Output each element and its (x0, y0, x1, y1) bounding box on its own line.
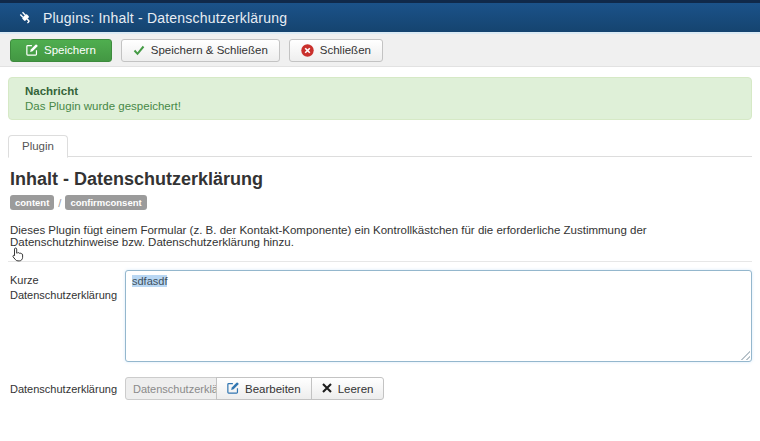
short-policy-label: Kurze Datenschutzerklärung (8, 270, 125, 362)
toolbar: Speichern Speichern & Schließen Schließe… (0, 34, 760, 67)
check-icon (133, 45, 145, 56)
notification-message: Das Plugin wurde gespeichert! (25, 100, 735, 112)
policy-readonly-field: Datenschutzerklärung (125, 377, 217, 400)
close-circle-icon (301, 44, 314, 57)
clear-article-label: Leeren (338, 383, 374, 395)
edit-article-button[interactable]: Bearbeiten (216, 377, 312, 400)
policy-row: Datenschutzerklärung Datenschutzerklärun… (8, 377, 752, 400)
badge-separator: / (58, 197, 61, 209)
clear-article-button[interactable]: Leeren (311, 377, 385, 400)
save-close-button-label: Speichern & Schließen (151, 44, 268, 56)
policy-label: Datenschutzerklärung (8, 377, 125, 400)
short-policy-textarea[interactable]: sdfasdf (125, 270, 752, 362)
edit-square-blue-icon (227, 382, 239, 396)
badge-element: confirmconsent (65, 195, 146, 210)
main-content: Nachricht Das Plugin wurde gespeichert! … (0, 77, 760, 400)
resize-handle[interactable] (739, 349, 750, 360)
plugin-heading: Inhalt - Datenschutzerklärung (10, 169, 752, 190)
policy-input-group: Datenschutzerklärung Bearbeiten (125, 377, 384, 400)
notification-success: Nachricht Das Plugin wurde gespeichert! (8, 77, 752, 120)
save-button[interactable]: Speichern (10, 39, 112, 62)
divider (8, 261, 752, 262)
edit-square-icon (26, 44, 38, 56)
badge-group: content (10, 195, 54, 210)
header-bar: Plugins: Inhalt - Datenschutzerklärung (0, 0, 760, 34)
close-button-label: Schließen (320, 44, 371, 56)
x-icon (322, 383, 332, 395)
edit-article-label: Bearbeiten (245, 383, 301, 395)
plug-icon (18, 10, 33, 25)
plugin-badges: content / confirmconsent (10, 195, 752, 210)
short-policy-row: Kurze Datenschutzerklärung sdfasdf (8, 270, 752, 362)
save-button-label: Speichern (44, 44, 96, 56)
notification-title: Nachricht (25, 85, 735, 97)
tab-plugin[interactable]: Plugin (8, 135, 68, 158)
joomla-plugin-edit-page: Plugins: Inhalt - Datenschutzerklärung S… (0, 0, 760, 441)
tab-bar: Plugin (8, 134, 752, 157)
page-title-header: Plugins: Inhalt - Datenschutzerklärung (43, 10, 287, 26)
plugin-description: Dieses Plugin fügt einem Formular (z. B.… (10, 224, 752, 248)
save-close-button[interactable]: Speichern & Schließen (121, 39, 280, 62)
close-button[interactable]: Schließen (289, 39, 383, 62)
selected-text: sdfasdf (132, 275, 167, 287)
